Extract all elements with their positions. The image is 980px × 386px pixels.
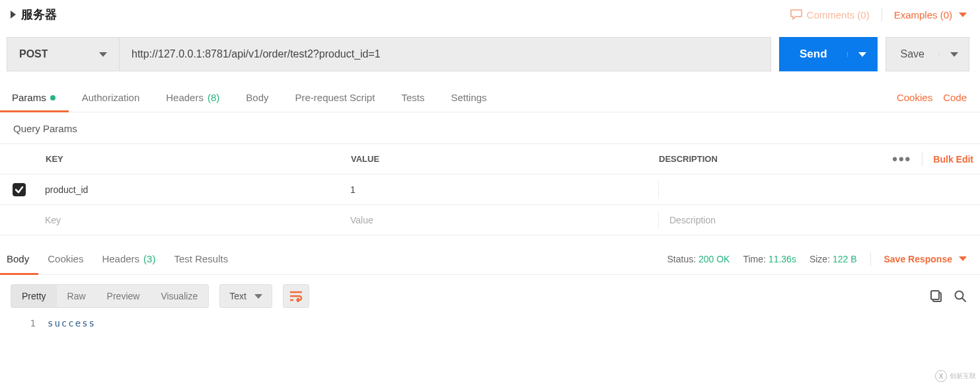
chevron-down-icon (858, 52, 866, 57)
size-group: Size: 122 B (810, 254, 857, 264)
time-group: Time: 11.36s (743, 254, 796, 264)
search-response-icon[interactable] (954, 290, 967, 303)
examples-dropdown[interactable]: Examples (0) (894, 9, 967, 20)
http-method-select[interactable]: POST (7, 38, 120, 71)
bulk-edit-link[interactable]: Bulk Edit (933, 154, 973, 165)
view-preview[interactable]: Preview (96, 285, 151, 307)
request-title: 服务器 (21, 7, 57, 22)
chevron-down-icon (959, 13, 967, 17)
query-params-title: Query Params (0, 112, 980, 143)
response-tabs-row: Body Cookies Headers (3) Test Results St… (0, 243, 980, 275)
tab-prereq-script[interactable]: Pre-request Script (282, 83, 389, 112)
tab-label: Settings (451, 92, 486, 103)
table-row[interactable]: product_id 1 (0, 174, 980, 205)
comments-label: Comments (0) (807, 9, 870, 20)
save-button[interactable]: Save (886, 37, 969, 71)
param-key-input[interactable]: product_id (38, 184, 344, 195)
table-header: KEY VALUE DESCRIPTION ••• Bulk Edit (0, 144, 980, 174)
tab-count: (3) (143, 253, 155, 264)
tab-body[interactable]: Body (233, 83, 282, 112)
request-name-area[interactable]: 服务器 (11, 7, 57, 22)
tab-label: Cookies (48, 253, 83, 264)
row-enable-checkbox[interactable] (13, 183, 26, 196)
tab-params[interactable]: Params (0, 83, 69, 112)
line-wrap-toggle[interactable] (283, 284, 309, 308)
more-options-icon[interactable]: ••• (892, 151, 911, 168)
tab-authorization[interactable]: Authorization (69, 83, 153, 112)
save-label: Save (886, 48, 939, 60)
view-visualize[interactable]: Visualize (150, 285, 208, 307)
request-header: 服务器 Comments (0) Examples (0) (0, 0, 980, 30)
col-value: VALUE (344, 154, 652, 164)
param-value-input[interactable]: Value (344, 215, 652, 225)
comment-icon (790, 9, 803, 20)
size-label: Size: (810, 254, 830, 264)
save-dropdown[interactable] (939, 52, 969, 57)
view-raw[interactable]: Raw (57, 285, 96, 307)
code-line: success (48, 316, 96, 330)
resp-tab-headers[interactable]: Headers (3) (93, 243, 165, 274)
view-mode-segment: Pretty Raw Preview Visualize (11, 284, 209, 308)
save-response-label: Save Response (884, 254, 953, 264)
collapse-toggle-icon[interactable] (11, 11, 16, 19)
comments-button[interactable]: Comments (0) (790, 9, 870, 20)
view-pretty[interactable]: Pretty (11, 285, 57, 307)
tab-label: Body (246, 92, 268, 103)
line-gutter: 1 (0, 316, 48, 330)
code-link[interactable]: Code (943, 92, 967, 103)
line-number: 1 (0, 316, 36, 330)
format-value: Text (229, 291, 246, 301)
tab-label: Tests (401, 92, 424, 103)
tab-label: Headers (166, 92, 204, 103)
tab-tests[interactable]: Tests (388, 83, 437, 112)
modified-indicator-icon (50, 95, 56, 100)
tab-label: Pre-request Script (295, 92, 375, 103)
chevron-down-icon (959, 256, 967, 261)
resp-tab-test-results[interactable]: Test Results (165, 243, 237, 274)
param-description-input[interactable]: Description (658, 212, 973, 229)
request-url-input[interactable]: http://127.0.0.1:8781/api/v1/order/test2… (120, 38, 771, 71)
send-dropdown[interactable] (847, 52, 877, 57)
code-content: success (48, 316, 96, 330)
http-method-value: POST (19, 48, 48, 60)
resp-tab-body[interactable]: Body (0, 243, 38, 274)
method-url-group: POST http://127.0.0.1:8781/api/v1/order/… (7, 37, 771, 71)
resp-tab-cookies[interactable]: Cookies (38, 243, 93, 274)
svg-rect-1 (931, 291, 939, 299)
send-button[interactable]: Send (779, 37, 878, 71)
param-key-input[interactable]: Key (38, 215, 344, 225)
save-response-dropdown[interactable]: Save Response (884, 254, 967, 264)
cookies-link[interactable]: Cookies (897, 92, 932, 103)
divider (870, 252, 871, 266)
response-toolbar: Pretty Raw Preview Visualize Text (0, 275, 980, 315)
status-value: 200 OK (698, 254, 730, 264)
col-description: DESCRIPTION (658, 151, 892, 168)
param-value-input[interactable]: 1 (344, 184, 652, 195)
col-key: KEY (38, 154, 344, 164)
query-params-table: KEY VALUE DESCRIPTION ••• Bulk Edit prod… (0, 143, 980, 235)
chevron-down-icon (254, 294, 262, 299)
examples-label: Examples (0) (894, 9, 952, 20)
time-value: 11.36s (769, 254, 796, 264)
status-label: Status: (667, 254, 697, 264)
tab-count: (8) (207, 92, 219, 103)
tab-label: Params (12, 92, 46, 103)
param-description-input[interactable] (658, 181, 973, 198)
divider (922, 152, 923, 167)
time-label: Time: (743, 254, 765, 264)
divider (882, 7, 882, 22)
chevron-down-icon (99, 52, 107, 57)
response-body[interactable]: 1 success (0, 315, 980, 337)
tab-settings[interactable]: Settings (437, 83, 500, 112)
table-row-new[interactable]: Key Value Description (0, 205, 980, 235)
tab-label: Authorization (82, 92, 140, 103)
copy-response-icon[interactable] (930, 290, 943, 303)
request-url-bar: POST http://127.0.0.1:8781/api/v1/order/… (0, 30, 980, 83)
tab-label: Test Results (174, 253, 228, 264)
tab-headers[interactable]: Headers (8) (153, 83, 233, 112)
send-label: Send (780, 48, 847, 61)
request-tabs-row: Params Authorization Headers (8) Body Pr… (0, 83, 980, 112)
chevron-down-icon (950, 52, 958, 57)
tab-label: Body (7, 253, 29, 264)
response-format-select[interactable]: Text (219, 284, 272, 308)
